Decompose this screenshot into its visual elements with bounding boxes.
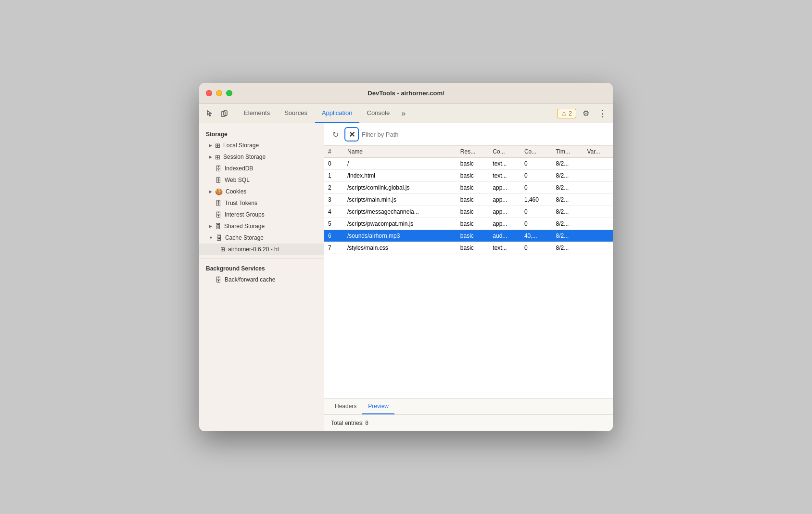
table-row[interactable]: 7 /styles/main.css basic text... 0 8/2..… <box>324 242 613 254</box>
tab-sources[interactable]: Sources <box>278 104 314 123</box>
sidebar-item-label: Session Storage <box>223 154 266 160</box>
cell-co2: 0 <box>520 158 552 170</box>
sidebar-item-shared-storage[interactable]: ▶ 🗄 Shared Storage <box>199 220 324 232</box>
settings-button[interactable]: ⚙ <box>579 107 593 120</box>
main-panel: ↻ ✕ # Name Res... Co... Co... Tim... <box>324 123 613 431</box>
storage-section-label: Storage <box>199 127 324 140</box>
cell-tim: 8/2... <box>552 170 584 182</box>
toolbar-right: ⚠ 2 ⚙ ⋮ <box>557 107 609 120</box>
arrow-icon: ▶ <box>209 154 212 159</box>
grid-icon: ⊞ <box>215 142 220 149</box>
cell-var <box>583 242 613 254</box>
cell-var <box>583 182 613 194</box>
cell-tim: 8/2... <box>552 158 584 170</box>
cell-num: 5 <box>324 218 343 230</box>
arrow-icon: ▶ <box>209 143 212 148</box>
cell-var <box>583 194 613 206</box>
db-icon: 🗄 <box>216 234 222 242</box>
sidebar-item-label: Shared Storage <box>224 223 265 230</box>
sidebar-item-label: Web SQL <box>225 177 250 183</box>
cell-name: /index.html <box>343 170 457 182</box>
sidebar-item-label: Local Storage <box>223 142 259 149</box>
cell-num: 4 <box>324 206 343 218</box>
sidebar: Storage ▶ ⊞ Local Storage ▶ ⊞ Session St… <box>199 123 324 431</box>
table-row[interactable]: 4 /scripts/messagechannela... basic app.… <box>324 206 613 218</box>
db-icon: 🗄 <box>216 165 222 172</box>
warning-badge[interactable]: ⚠ 2 <box>557 109 576 118</box>
db-icon: 🗄 <box>216 211 222 218</box>
cell-co1: text... <box>489 170 520 182</box>
tab-application[interactable]: Application <box>315 104 359 123</box>
cell-co1: app... <box>489 194 520 206</box>
tab-headers[interactable]: Headers <box>329 399 362 414</box>
sidebar-item-interest-groups[interactable]: 🗄 Interest Groups <box>199 209 324 220</box>
cell-co2: 0 <box>520 218 552 230</box>
cell-co2: 0 <box>520 182 552 194</box>
table-row[interactable]: 3 /scripts/main.min.js basic app... 1,46… <box>324 194 613 206</box>
cell-name: /sounds/airhorn.mp3 <box>343 230 457 242</box>
sidebar-item-cache-storage[interactable]: ▼ 🗄 Cache Storage <box>199 232 324 244</box>
cell-tim: 8/2... <box>552 194 584 206</box>
sidebar-item-trust-tokens[interactable]: 🗄 Trust Tokens <box>199 197 324 209</box>
sidebar-divider <box>199 258 324 258</box>
tab-elements[interactable]: Elements <box>237 104 277 123</box>
toolbar-divider <box>234 109 234 118</box>
table-row[interactable]: 2 /scripts/comlink.global.js basic app..… <box>324 182 613 194</box>
sidebar-item-label: IndexedDB <box>225 165 253 172</box>
arrow-expanded-icon: ▼ <box>209 235 213 240</box>
sidebar-item-back-forward-cache[interactable]: 🗄 Back/forward cache <box>199 274 324 285</box>
sidebar-item-local-storage[interactable]: ▶ ⊞ Local Storage <box>199 140 324 151</box>
content-area: Storage ▶ ⊞ Local Storage ▶ ⊞ Session St… <box>199 123 613 431</box>
more-menu-button[interactable]: ⋮ <box>596 107 609 120</box>
sidebar-item-cookies[interactable]: ▶ 🍪 Cookies <box>199 186 324 197</box>
sidebar-item-session-storage[interactable]: ▶ ⊞ Session Storage <box>199 151 324 163</box>
cell-var <box>583 158 613 170</box>
grid-icon: ⊞ <box>215 154 220 161</box>
sidebar-item-cache-entry[interactable]: ⊞ airhorner-0.6.20 - ht <box>199 244 324 255</box>
sidebar-item-label: airhorner-0.6.20 - ht <box>228 246 279 253</box>
inspect-tool-button[interactable] <box>203 107 216 120</box>
db-icon: 🗄 <box>216 177 222 184</box>
cell-name: /styles/main.css <box>343 242 457 254</box>
cell-res: basic <box>457 230 489 242</box>
sidebar-item-label: Trust Tokens <box>225 200 257 206</box>
cell-name: /scripts/pwacompat.min.js <box>343 218 457 230</box>
table-row[interactable]: 5 /scripts/pwacompat.min.js basic app...… <box>324 218 613 230</box>
col-header-co2: Co... <box>520 146 552 158</box>
maximize-button[interactable] <box>226 90 232 96</box>
toolbar: Elements Sources Application Console » ⚠… <box>199 104 613 123</box>
refresh-button[interactable]: ↻ <box>329 128 342 141</box>
clear-filter-button[interactable]: ✕ <box>344 127 359 141</box>
sidebar-item-web-sql[interactable]: 🗄 Web SQL <box>199 174 324 186</box>
minimize-button[interactable] <box>216 90 222 96</box>
cell-co2: 0 <box>520 242 552 254</box>
cell-co1: app... <box>489 218 520 230</box>
background-services-label: Background Services <box>199 261 324 274</box>
col-header-name: Name <box>343 146 457 158</box>
col-header-co1: Co... <box>489 146 520 158</box>
table-row[interactable]: 1 /index.html basic text... 0 8/2... <box>324 170 613 182</box>
more-tabs-button[interactable]: » <box>397 104 409 123</box>
cell-num: 0 <box>324 158 343 170</box>
arrow-icon: ▶ <box>209 224 212 229</box>
cell-num: 6 <box>324 230 343 242</box>
cell-res: basic <box>457 170 489 182</box>
tab-console[interactable]: Console <box>360 104 397 123</box>
bottom-tabs: Headers Preview <box>324 399 613 415</box>
cell-var <box>583 206 613 218</box>
device-toggle-button[interactable] <box>217 107 231 120</box>
entries-table: # Name Res... Co... Co... Tim... Var... … <box>324 146 613 254</box>
tab-preview[interactable]: Preview <box>362 399 394 414</box>
cell-var <box>583 170 613 182</box>
cell-name: /scripts/main.min.js <box>343 194 457 206</box>
table-row[interactable]: 6 /sounds/airhorn.mp3 basic aud... 40,..… <box>324 230 613 242</box>
cell-tim: 8/2... <box>552 230 584 242</box>
sidebar-item-indexeddb[interactable]: 🗄 IndexedDB <box>199 163 324 174</box>
window-title: DevTools - airhorner.com/ <box>368 90 444 97</box>
close-button[interactable] <box>206 90 212 96</box>
traffic-lights <box>206 90 232 96</box>
cell-num: 7 <box>324 242 343 254</box>
db-icon: 🗄 <box>216 200 222 207</box>
table-row[interactable]: 0 / basic text... 0 8/2... <box>324 158 613 170</box>
filter-input[interactable] <box>362 131 608 138</box>
